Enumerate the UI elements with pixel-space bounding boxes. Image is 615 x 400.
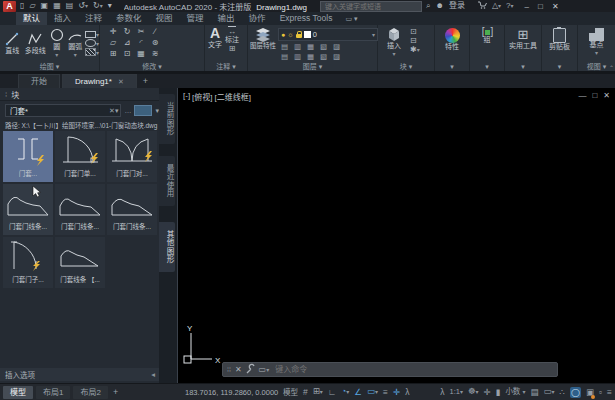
- dimension-icon[interactable]: ↔: [228, 26, 236, 36]
- block-search-box[interactable]: ✕ ▾: [5, 104, 121, 117]
- hardware-acceleration-icon[interactable]: ▭▾: [544, 384, 555, 400]
- app-store-cart-icon[interactable]: [477, 1, 488, 12]
- file-tab-drawing1[interactable]: Drawing1*✕: [62, 74, 137, 88]
- search-dropdown-icon[interactable]: ▾: [115, 107, 119, 115]
- ribbon-tab-collaborate[interactable]: 协作: [242, 12, 273, 25]
- layer-match-tool[interactable]: ▨: [330, 42, 343, 52]
- panel-label-clipboard[interactable]: ▾: [542, 62, 577, 71]
- layout2-tab[interactable]: 布局2: [73, 386, 107, 399]
- annotation-scale-control[interactable]: 1:1▾: [449, 384, 462, 400]
- qat-customize-icon[interactable]: ▾: [107, 1, 113, 11]
- trim-tool[interactable]: ✂: [134, 27, 148, 38]
- layer-off-tool[interactable]: ▤: [278, 42, 291, 52]
- arc-tool[interactable]: 圆弧 ▾: [66, 27, 84, 59]
- palette-header[interactable]: ⁞ 块: [0, 88, 177, 101]
- block-item[interactable]: 门套门单...: [55, 131, 105, 182]
- ribbon-collapse-icon[interactable]: ⌃: [609, 64, 614, 71]
- ribbon-tab-view[interactable]: 视图: [149, 12, 180, 25]
- save-icon[interactable]: ▣: [40, 1, 50, 11]
- layer-current-tool[interactable]: ▧: [317, 52, 330, 62]
- block-item[interactable]: 门套门线条...: [107, 184, 157, 235]
- panel-label-utilities[interactable]: ▾: [505, 62, 541, 71]
- fillet-tool[interactable]: ◜: [134, 38, 148, 49]
- hatch-tool[interactable]: ▾: [85, 48, 99, 56]
- ellipse-tool[interactable]: ▾: [85, 39, 99, 47]
- help-search-input[interactable]: [323, 2, 419, 11]
- layer-freeze-tool[interactable]: ▦: [304, 42, 317, 52]
- line-tool[interactable]: 直线: [2, 31, 22, 55]
- command-close-icon[interactable]: ✕: [235, 365, 242, 374]
- isometric-drafting-icon[interactable]: ∠: [354, 385, 362, 400]
- erase-tool[interactable]: ∕: [148, 27, 162, 38]
- user-icon[interactable]: ☻: [435, 1, 445, 11]
- table-icon[interactable]: ⊞: [229, 44, 236, 53]
- undo-icon[interactable]: ↺▾: [77, 1, 89, 11]
- panel-label-modify[interactable]: 修改 ▾: [100, 62, 204, 71]
- ribbon-tab-annotate[interactable]: 注释: [78, 12, 109, 25]
- doc-minimize-button[interactable]: —: [578, 91, 586, 100]
- thumbnail-view-icon[interactable]: [134, 105, 152, 116]
- layer-dropdown[interactable]: ● ☼ 0 ▾: [278, 28, 378, 41]
- layer-unlock-tool[interactable]: ▦: [304, 52, 317, 62]
- command-grip-icon[interactable]: ⁞⁞: [227, 366, 231, 373]
- wrench-icon[interactable]: [246, 365, 255, 374]
- isolate-objects-icon[interactable]: ◯: [570, 387, 581, 398]
- annotation-monitor-icon[interactable]: ✛: [484, 385, 491, 400]
- layer-properties-tool[interactable]: 图层特性: [250, 27, 276, 49]
- selection-cycling-icon[interactable]: λ: [405, 385, 409, 400]
- redo-icon[interactable]: ↻▾: [92, 1, 104, 11]
- block-attributes-icon[interactable]: ✱▾: [410, 45, 420, 55]
- ribbon-tab-parametric[interactable]: 参数化: [109, 12, 149, 25]
- graphics-performance-icon[interactable]: ▣: [586, 385, 594, 400]
- offset-tool[interactable]: ≋: [148, 49, 162, 60]
- annotation-visibility-icon[interactable]: λ: [440, 385, 444, 400]
- save-as-icon[interactable]: ▦: [52, 1, 62, 11]
- collapse-options-icon[interactable]: ◂: [151, 370, 155, 379]
- base-point-tool[interactable]: 基点 ▾: [578, 25, 615, 57]
- rectangle-tool[interactable]: ▾: [85, 31, 99, 38]
- plot-icon[interactable]: ▤: [65, 1, 75, 11]
- insert-options-bar[interactable]: 插入选项 ◂: [0, 368, 160, 381]
- explode-tool[interactable]: ⊛: [148, 38, 162, 49]
- command-line[interactable]: ⁞⁞ ✕ ▭▾: [222, 362, 558, 377]
- stretch-tool[interactable]: ⊞: [106, 49, 120, 60]
- measure-tool[interactable]: ⊞ 实用工具: [505, 25, 541, 50]
- insert-block-tool[interactable]: 插入 ▾: [382, 27, 406, 58]
- osnap-tracking-icon[interactable]: ▭▾: [367, 384, 378, 400]
- units-control[interactable]: 小数 ▾: [505, 384, 525, 400]
- ortho-toggle-icon[interactable]: ∟: [328, 385, 336, 400]
- search-icon[interactable]: ⌕: [425, 1, 431, 11]
- close-button[interactable]: ✕: [549, 2, 562, 11]
- ribbon-display-toggle-icon[interactable]: ▭ ▾: [345, 15, 357, 23]
- panel-label-annotate[interactable]: 注释 ▾: [205, 62, 247, 71]
- mirror-tool[interactable]: ⊿: [120, 38, 134, 49]
- layer-isolate-tool[interactable]: ▥: [291, 42, 304, 52]
- tab-recent[interactable]: 最近使用: [159, 156, 175, 206]
- lineweight-icon[interactable]: ≡: [383, 385, 388, 400]
- properties-tool[interactable]: 特性: [435, 25, 469, 51]
- layer-lock-tool[interactable]: ▧: [317, 42, 330, 52]
- panel-label-layers[interactable]: 图层 ▾: [248, 62, 377, 71]
- doc-close-button[interactable]: ✕: [603, 91, 610, 100]
- new-file-icon[interactable]: ▯: [19, 1, 25, 11]
- rotate-tool[interactable]: ↻: [120, 27, 134, 38]
- edit-block-icon[interactable]: ⊟: [410, 36, 420, 45]
- array-tool[interactable]: ▦: [134, 49, 148, 60]
- ribbon-tab-output[interactable]: 输出: [211, 12, 242, 25]
- block-item-selected[interactable]: 门套...: [3, 131, 53, 182]
- ribbon-tab-express[interactable]: Express Tools: [273, 12, 340, 25]
- tab-other-drawings[interactable]: 其他图形: [159, 222, 175, 272]
- block-search-input[interactable]: [8, 105, 109, 116]
- copy-tool[interactable]: ▱: [106, 38, 120, 49]
- block-item[interactable]: 门套门对...: [107, 131, 157, 182]
- customize-menu-icon[interactable]: ≡: [607, 385, 612, 400]
- dimension-tool[interactable]: 标注: [225, 36, 239, 44]
- panel-label-block[interactable]: 块 ▾: [378, 62, 434, 71]
- signin-link[interactable]: 登录: [448, 1, 466, 11]
- viewport-menu-control[interactable]: [-]: [183, 91, 190, 102]
- browse-button[interactable]: …: [124, 107, 131, 114]
- maximize-button[interactable]: □: [535, 2, 546, 11]
- ribbon-tab-manage[interactable]: 管理: [180, 12, 211, 25]
- model-tab[interactable]: 模型: [3, 386, 33, 399]
- panel-label-draw[interactable]: 绘图 ▾: [0, 62, 99, 71]
